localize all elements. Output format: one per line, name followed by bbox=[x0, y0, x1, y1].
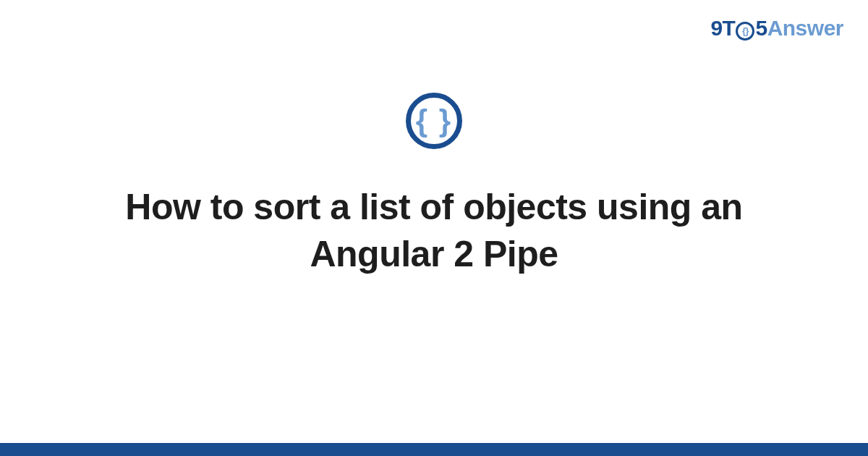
logo-text-9t: 9T bbox=[710, 16, 735, 40]
code-braces-icon: { } bbox=[406, 93, 462, 149]
logo-circle-icon: {} bbox=[736, 22, 754, 41]
logo-text-answer: Answer bbox=[767, 16, 843, 40]
logo-text-5: 5 bbox=[755, 16, 767, 40]
footer-accent-bar bbox=[0, 443, 868, 456]
site-logo: 9T{}5Answer bbox=[710, 16, 843, 42]
page-title: How to sort a list of objects using an A… bbox=[72, 184, 796, 278]
main-content: { } How to sort a list of objects using … bbox=[0, 93, 868, 278]
braces-glyph: { } bbox=[416, 106, 452, 136]
